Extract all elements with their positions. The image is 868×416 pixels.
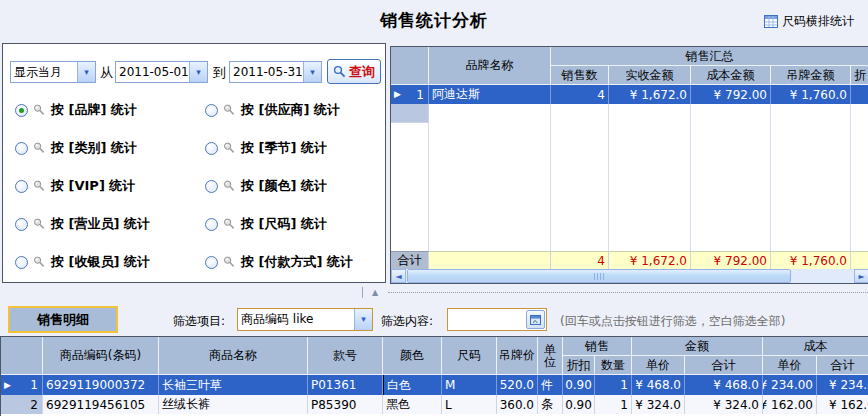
radio-icon[interactable] [15, 218, 28, 231]
tab-sales-detail[interactable]: 销售明细 [8, 306, 118, 333]
cell-size[interactable]: M [442, 375, 497, 395]
from-date-value: 2011-05-01 [116, 65, 189, 79]
col-header-barcode[interactable]: 商品编码(条码) [43, 337, 159, 375]
col-header-discount[interactable]: 折扣 [563, 356, 595, 375]
scrollbar-track[interactable] [792, 269, 854, 283]
cell-amount[interactable]: ¥ 324.0 [685, 395, 763, 414]
cell-tag[interactable]: ¥ 1,760.0 [771, 85, 851, 104]
radio-icon[interactable] [15, 142, 28, 155]
dropdown-arrow-icon[interactable]: ▾ [303, 62, 321, 82]
stat-option-vip[interactable]: 按 [VIP] 统计 [15, 176, 135, 196]
col-header-unit-price[interactable]: 单价 [632, 356, 685, 375]
row-indicator-cell[interactable]: ▶ 1 [1, 375, 43, 395]
col-header-qty[interactable]: 销售数 [551, 66, 609, 85]
col-header-unit[interactable]: 单位 [538, 337, 563, 375]
stat-option-cashier[interactable]: 按 [收银员] 统计 [15, 252, 150, 272]
from-date-picker[interactable]: 2011-05-01 ▾ [115, 61, 208, 83]
radio-icon[interactable] [205, 180, 218, 193]
scroll-right-button[interactable]: ► [854, 269, 868, 283]
cell-cost-amount[interactable]: ¥ 234.00 [817, 375, 868, 395]
cell-color[interactable]: 黑色 [383, 395, 442, 414]
stat-option-size[interactable]: 按 [尺码] 统计 [205, 214, 327, 234]
col-header-received[interactable]: 实收金额 [609, 66, 691, 85]
col-header-brand[interactable]: 品牌名称 [429, 47, 551, 85]
splitter-collapse-handle[interactable]: ▲ [362, 287, 387, 298]
cell-name[interactable]: 丝绒长裤 [159, 395, 308, 414]
cell-unit[interactable]: 条 [538, 395, 563, 414]
col-header-cost-unit-price[interactable]: 单价 [763, 356, 817, 375]
to-date-picker[interactable]: 2011-05-31 ▾ [229, 61, 322, 83]
radio-icon[interactable] [205, 142, 218, 155]
stat-option-color[interactable]: 按 [颜色] 统计 [205, 176, 327, 196]
cell-barcode[interactable]: 6929119456105 [43, 395, 159, 414]
size-layout-report-link[interactable]: 尺码横排统计 [764, 13, 854, 30]
col-header-name[interactable]: 商品名称 [159, 337, 308, 375]
cell-qty[interactable]: 1 [595, 375, 632, 395]
radio-icon[interactable] [15, 256, 28, 269]
cell-discount[interactable]: 0.90 [563, 375, 595, 395]
cell-discount[interactable]: 0.90 [563, 395, 595, 414]
scroll-left-button[interactable]: ◄ [391, 269, 406, 283]
query-button[interactable]: 查询 [327, 59, 381, 84]
cell-unit[interactable]: 件 [538, 375, 563, 395]
cell-barcode[interactable]: 6929119000372 [43, 375, 159, 395]
period-select[interactable]: 显示当月 ▾ [10, 61, 96, 83]
cell-qty[interactable]: 1 [595, 395, 632, 414]
page-title: 销售统计分析 [0, 9, 868, 32]
stat-option-season[interactable]: 按 [季节] 统计 [205, 138, 327, 158]
col-header-size[interactable]: 尺码 [442, 337, 497, 375]
cell-size[interactable]: L [442, 395, 497, 414]
cell-cost-price[interactable]: ¥ 162.00 [763, 395, 817, 414]
filter-content-input[interactable] [448, 309, 526, 330]
scroll-right-icon: ► [858, 272, 864, 281]
filter-item-select[interactable]: 商品编码 like ▾ [237, 308, 373, 331]
col-header-qty[interactable]: 数量 [595, 356, 632, 375]
cell-qty[interactable]: 4 [551, 85, 609, 104]
radio-icon[interactable] [15, 180, 28, 193]
cell-style[interactable]: P85390 [308, 395, 383, 414]
dropdown-arrow-icon[interactable]: ▾ [354, 309, 372, 330]
cell-cost-price[interactable]: ¥ 234.00 [763, 375, 817, 395]
col-header-cost-total[interactable]: 合计 [817, 356, 868, 375]
cell-brand[interactable]: 阿迪达斯 [429, 85, 551, 104]
dropdown-arrow-icon[interactable]: ▾ [189, 62, 207, 82]
cell-cost[interactable]: ¥ 792.00 [691, 85, 771, 104]
cell-tag-price[interactable]: ¥ 520.0 [497, 375, 538, 395]
splitter-divider[interactable] [388, 292, 868, 293]
col-header-tag-price[interactable]: 吊牌价 [497, 337, 538, 375]
row-indicator-cell[interactable]: 2 [1, 395, 43, 414]
row-indicator-cell[interactable]: ▶ 1 [391, 85, 429, 104]
cell-unit-price[interactable]: ¥ 468.0 [632, 375, 685, 395]
radio-icon[interactable] [15, 104, 28, 117]
col-header-style[interactable]: 款号 [308, 337, 383, 375]
cell-tag-price[interactable]: ¥ 360.0 [497, 395, 538, 414]
stat-option-category[interactable]: 按 [类别] 统计 [15, 138, 137, 158]
cell-clipped[interactable] [851, 85, 868, 104]
cell-unit-price[interactable]: ¥ 324.0 [632, 395, 685, 414]
stat-option-payment[interactable]: 按 [付款方式] 统计 [205, 252, 353, 272]
row-indicator-icon: ▶ [4, 381, 11, 390]
stat-option-brand[interactable]: 按 [品牌] 统计 [15, 100, 137, 120]
col-header-tag[interactable]: 吊牌金额 [771, 66, 851, 85]
radio-icon[interactable] [205, 256, 218, 269]
dropdown-arrow-icon[interactable]: ▾ [77, 62, 95, 82]
cell-style[interactable]: P01361 [308, 375, 383, 395]
stat-option-supplier[interactable]: 按 [供应商] 统计 [205, 100, 340, 120]
col-header-amount-total[interactable]: 合计 [685, 356, 763, 375]
filter-go-button[interactable] [526, 310, 545, 329]
from-label: 从 [100, 64, 113, 82]
cell-cost-amount[interactable]: ¥ 162.00 [817, 395, 868, 414]
horizontal-scrollbar[interactable]: ◄ ► [391, 269, 868, 283]
cell-received[interactable]: ¥ 1,672.0 [609, 85, 691, 104]
col-header-color[interactable]: 颜色 [383, 337, 442, 375]
stat-option-salesperson[interactable]: 按 [营业员] 统计 [15, 214, 150, 234]
col-header-clipped[interactable]: 折 [851, 66, 868, 85]
col-header-cost[interactable]: 成本金额 [691, 66, 771, 85]
cell-amount[interactable]: ¥ 468.0 [685, 375, 763, 395]
scrollbar-thumb[interactable] [407, 269, 791, 283]
cell-name[interactable]: 长袖三叶草 [159, 375, 308, 395]
radio-icon[interactable] [205, 218, 218, 231]
radio-icon[interactable] [205, 104, 218, 117]
pin-icon [33, 104, 46, 117]
cell-color-focused[interactable]: 白色 [383, 375, 442, 395]
